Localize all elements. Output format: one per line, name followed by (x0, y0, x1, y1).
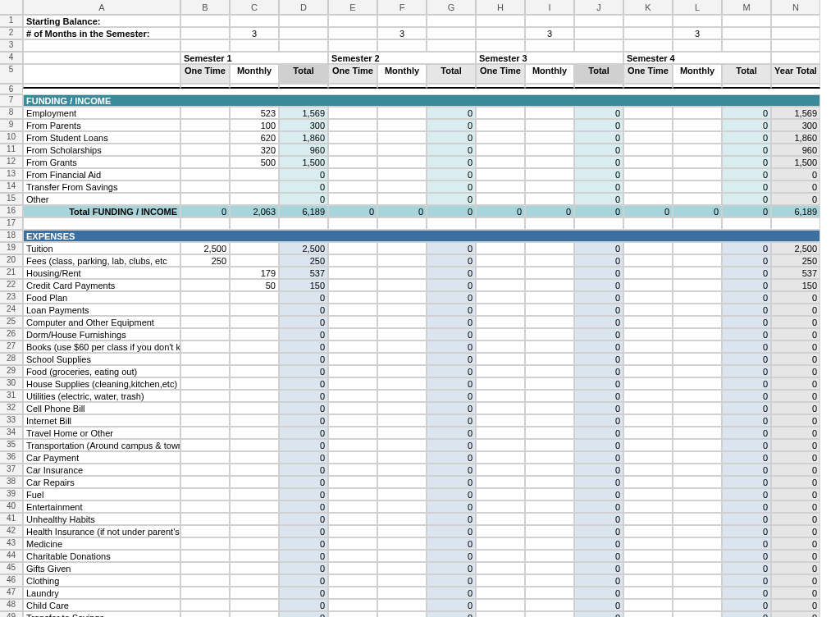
expense-onetime[interactable] (328, 500, 377, 513)
cell[interactable] (623, 15, 673, 27)
expense-onetime[interactable] (623, 562, 673, 574)
cell[interactable] (427, 39, 476, 52)
expense-label[interactable]: Computer and Other Equipment (23, 316, 180, 328)
income-monthly[interactable]: 100 (230, 119, 279, 131)
income-onetime[interactable] (180, 131, 230, 144)
expense-onetime[interactable] (476, 242, 525, 254)
expense-onetime[interactable] (476, 451, 525, 464)
expense-onetime[interactable] (328, 488, 377, 500)
expense-total[interactable]: 0 (427, 402, 476, 414)
cell[interactable] (230, 217, 279, 230)
expense-monthly[interactable] (377, 340, 427, 353)
expense-monthly[interactable] (673, 476, 722, 488)
expense-onetime[interactable] (180, 599, 230, 611)
income-total[interactable]: 0 (279, 181, 328, 193)
expense-year[interactable]: 0 (771, 427, 820, 439)
expense-total[interactable]: 0 (574, 574, 623, 587)
income-total[interactable]: 0 (427, 156, 476, 168)
expense-onetime[interactable] (476, 328, 525, 340)
months-value[interactable] (328, 27, 377, 39)
expense-monthly[interactable] (230, 439, 279, 451)
expense-monthly[interactable] (377, 328, 427, 340)
expense-total[interactable]: 0 (427, 562, 476, 574)
income-onetime[interactable] (328, 168, 377, 181)
expense-onetime[interactable] (623, 439, 673, 451)
expense-total[interactable]: 0 (722, 254, 771, 267)
expense-label[interactable]: Loan Payments (23, 304, 180, 316)
expense-label[interactable]: Clothing (23, 574, 180, 587)
income-monthly[interactable] (525, 181, 574, 193)
expense-onetime[interactable] (476, 587, 525, 599)
expense-onetime[interactable] (623, 365, 673, 377)
expense-monthly[interactable] (525, 611, 574, 617)
expense-onetime[interactable] (623, 279, 673, 291)
expense-total[interactable]: 0 (574, 353, 623, 365)
expense-monthly[interactable] (525, 414, 574, 427)
expense-total[interactable]: 0 (427, 316, 476, 328)
expense-total[interactable]: 0 (574, 537, 623, 550)
expense-monthly[interactable] (230, 488, 279, 500)
expense-monthly[interactable] (377, 402, 427, 414)
expense-label[interactable]: Health Insurance (if not under parent's) (23, 525, 180, 537)
months-value[interactable]: 3 (525, 27, 574, 39)
expense-monthly[interactable] (525, 291, 574, 304)
income-total[interactable]: 0 (574, 168, 623, 181)
expense-onetime[interactable] (328, 402, 377, 414)
expense-year[interactable]: 0 (771, 587, 820, 599)
expense-monthly[interactable] (230, 254, 279, 267)
expense-onetime[interactable] (623, 267, 673, 279)
expense-monthly[interactable]: 50 (230, 279, 279, 291)
col-header-K[interactable]: K (623, 0, 673, 15)
expense-monthly[interactable] (673, 353, 722, 365)
row-header-41[interactable]: 41 (0, 513, 23, 525)
income-total[interactable]: 0 (427, 131, 476, 144)
income-onetime[interactable] (476, 107, 525, 119)
row-header-19[interactable]: 19 (0, 242, 23, 254)
expense-monthly[interactable] (230, 402, 279, 414)
expense-total[interactable]: 0 (279, 414, 328, 427)
expense-total[interactable]: 0 (427, 537, 476, 550)
row-header-15[interactable]: 15 (0, 193, 23, 205)
expense-total[interactable]: 0 (574, 304, 623, 316)
expense-year[interactable]: 0 (771, 439, 820, 451)
expense-monthly[interactable] (525, 525, 574, 537)
expense-year[interactable]: 0 (771, 525, 820, 537)
expense-total[interactable]: 0 (574, 611, 623, 617)
expense-total[interactable]: 0 (722, 340, 771, 353)
row-header-48[interactable]: 48 (0, 599, 23, 611)
expense-monthly[interactable] (673, 574, 722, 587)
col-header-F[interactable]: F (377, 0, 427, 15)
row-header-33[interactable]: 33 (0, 414, 23, 427)
expense-label[interactable]: Charitable Donations (23, 550, 180, 562)
expense-onetime[interactable] (180, 451, 230, 464)
expense-label[interactable]: Dorm/House Furnishings (23, 328, 180, 340)
income-onetime[interactable] (476, 144, 525, 156)
income-total[interactable]: 0 (574, 131, 623, 144)
expense-total[interactable]: 0 (279, 537, 328, 550)
row-header-38[interactable]: 38 (0, 476, 23, 488)
income-total[interactable]: 0 (427, 144, 476, 156)
income-monthly[interactable] (525, 156, 574, 168)
expense-monthly[interactable] (673, 525, 722, 537)
row-header-45[interactable]: 45 (0, 562, 23, 574)
expense-total[interactable]: 0 (574, 599, 623, 611)
expense-total[interactable]: 0 (722, 550, 771, 562)
cell[interactable] (180, 39, 230, 52)
expense-onetime[interactable] (623, 488, 673, 500)
expense-onetime[interactable] (476, 316, 525, 328)
expense-onetime[interactable] (328, 451, 377, 464)
expense-label[interactable]: Tuition (23, 242, 180, 254)
expense-year[interactable]: 0 (771, 414, 820, 427)
income-monthly[interactable] (673, 168, 722, 181)
expense-total[interactable]: 0 (427, 340, 476, 353)
expense-total[interactable]: 0 (427, 599, 476, 611)
income-onetime[interactable] (328, 181, 377, 193)
expense-monthly[interactable] (230, 377, 279, 390)
expense-monthly[interactable] (673, 304, 722, 316)
expense-monthly[interactable] (673, 242, 722, 254)
expense-monthly[interactable] (377, 562, 427, 574)
income-onetime[interactable] (623, 107, 673, 119)
expense-onetime[interactable] (180, 316, 230, 328)
expense-monthly[interactable] (230, 242, 279, 254)
cell[interactable] (771, 217, 820, 230)
